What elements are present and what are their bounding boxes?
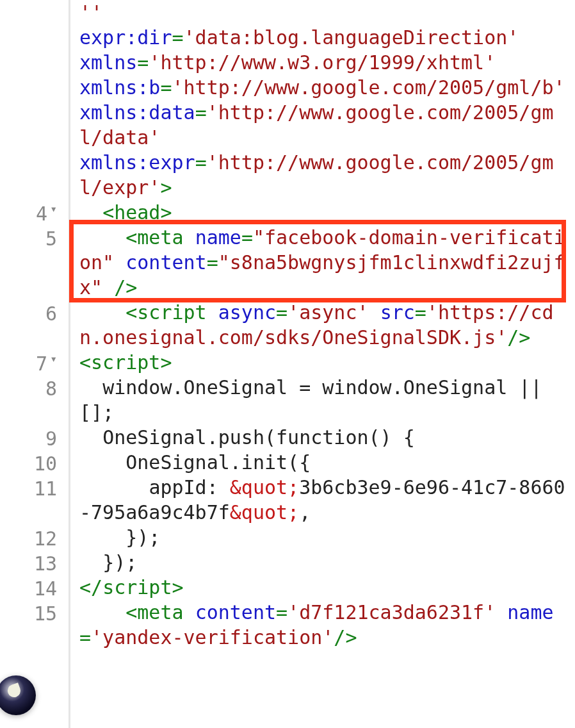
code-line: window.OneSignal = window.OneSignal || [… (79, 375, 571, 425)
line-number (0, 0, 69, 25)
line-number (0, 25, 69, 50)
code-line: }); (79, 550, 571, 575)
code-line: xmlns:data='http://www.google.com/2005/g… (79, 100, 571, 150)
line-number (0, 50, 69, 75)
code-line: <script> (79, 350, 571, 375)
line-number: 4▾ (0, 200, 69, 225)
line-number (0, 100, 69, 150)
code-line: <head> (79, 200, 571, 225)
code-line: expr:dir='data:blog.languageDirection' (79, 25, 571, 50)
code-area[interactable]: '' expr:dir='data:blog.languageDirection… (70, 0, 575, 728)
line-number (0, 150, 69, 200)
line-number: 7▾ (0, 350, 69, 375)
line-number: 6 (0, 300, 69, 350)
code-line-highlighted: <meta name="facebook-domain-verification… (79, 225, 571, 300)
code-line: xmlns='http://www.w3.org/1999/xhtml' (79, 50, 571, 75)
code-line: OneSignal.push(function() { (79, 425, 571, 450)
code-line: xmlns:expr='http://www.google.com/2005/g… (79, 150, 571, 200)
line-number: 8 (0, 375, 69, 425)
code-line: <meta content='d7f121ca3da6231f' name='y… (79, 600, 571, 650)
code-editor: 4▾567▾89101112131415 '' expr:dir='data:b… (0, 0, 575, 728)
line-number: 15 (0, 600, 69, 650)
line-number: 5 (0, 225, 69, 300)
line-number: 13 (0, 550, 69, 575)
code-line: <script async='async' src='https://cdn.o… (79, 300, 571, 350)
code-line: xmlns:b='http://www.google.com/2005/gml/… (79, 75, 571, 100)
line-number: 12 (0, 525, 69, 550)
fold-marker-icon[interactable]: ▾ (50, 201, 57, 216)
line-number: 11 (0, 475, 69, 525)
line-number: 14 (0, 575, 69, 600)
line-number: 9 (0, 425, 69, 450)
fold-marker-icon[interactable]: ▾ (50, 351, 57, 366)
code-line: }); (79, 525, 571, 550)
code-line: OneSignal.init({ (79, 450, 571, 475)
code-line: </script> (79, 575, 571, 600)
line-number: 10 (0, 450, 69, 475)
code-line: appId: &quot;3b6cb3e9-6e96-41c7-8660-795… (79, 475, 571, 525)
line-number (0, 75, 69, 100)
code-line: '' (79, 0, 571, 25)
line-number-gutter: 4▾567▾89101112131415 (0, 0, 70, 728)
